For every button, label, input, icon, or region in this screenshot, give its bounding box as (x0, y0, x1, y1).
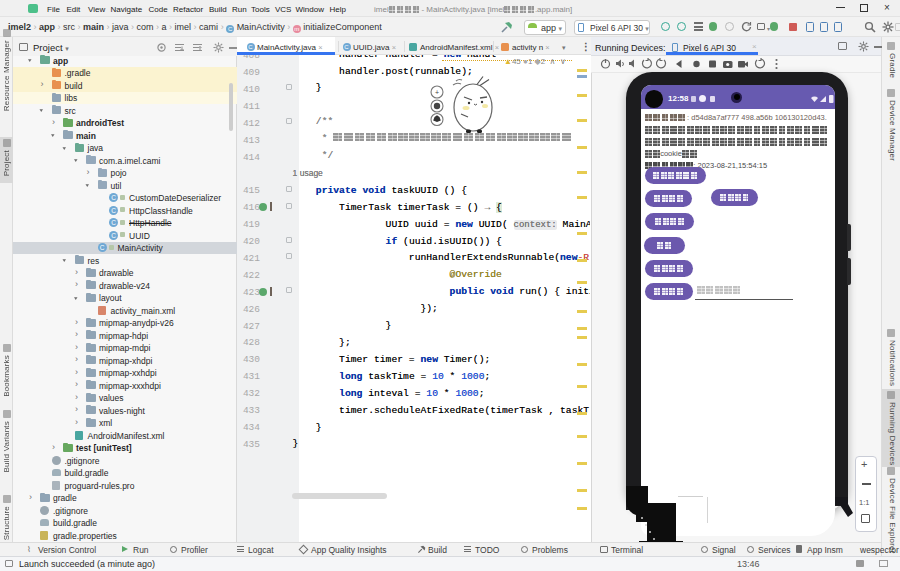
svg-text:+: + (435, 89, 439, 96)
